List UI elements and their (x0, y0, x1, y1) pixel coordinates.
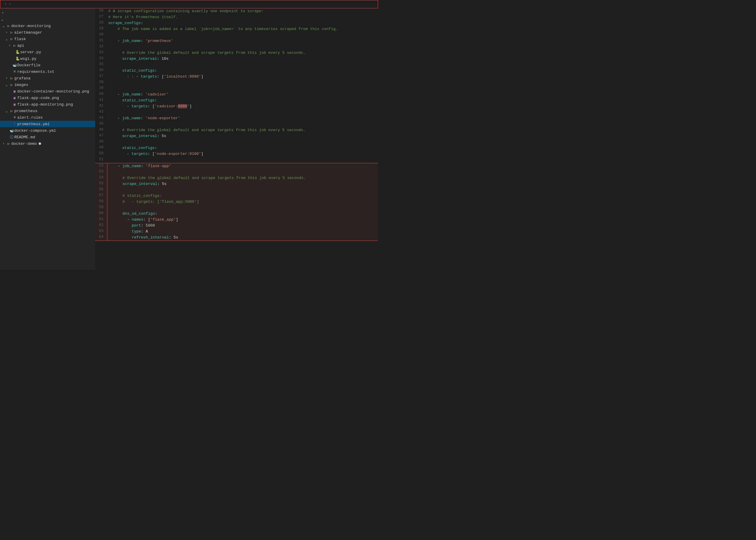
line-content: dns_sd_configs: (107, 211, 378, 217)
line-content: - names: ['flask_app'] (107, 217, 378, 223)
line-number: 48 (95, 139, 107, 144)
line-content (107, 157, 378, 163)
comment-token: # Override the global default and scrape… (108, 51, 305, 55)
line-content: refresh_interval: 5s (107, 235, 378, 240)
line-content: # The job name is added as a label `job=… (107, 26, 378, 32)
colon-token: : (148, 104, 153, 108)
line-number: 59 (95, 205, 107, 209)
file-icon: ⓘ (9, 135, 14, 140)
sidebar-item-docker-monitoring[interactable]: ⌄▷docker-monitoring (0, 23, 95, 29)
code-line: 50 - targets: ['node-exporter:9100'] (95, 151, 378, 157)
plain-token (108, 92, 117, 97)
file-icon: 🐍 (15, 50, 20, 55)
key-token: dns_sd_configs (122, 211, 155, 216)
tree-item-label: grafana (14, 76, 31, 80)
line-number: 39 (95, 86, 107, 90)
sidebar-item-docker-demo[interactable]: ›▷docker-demo (0, 140, 95, 147)
sidebar-item-flask[interactable]: ⌄▷flask (0, 36, 95, 42)
bracket-token: ] (201, 152, 204, 156)
plain-token (108, 223, 132, 228)
code-line: 39 (95, 86, 378, 91)
line-content (107, 109, 378, 115)
sidebar-item-flask-app-monitoring-png[interactable]: ▣flask-app-monitoring.png (0, 101, 95, 108)
sidebar-item-flask-app-code-png[interactable]: ▣flask-app-code.png (0, 94, 95, 101)
code-line: 34 scrape_interval: 10s (95, 56, 378, 62)
line-number: 30 (95, 32, 107, 37)
code-line: 52 - job_name: 'flask-app' (95, 163, 378, 169)
code-line: 26# A scrape configuration containing ex… (95, 8, 378, 14)
sidebar-item-images[interactable]: ⌄▷images (0, 81, 95, 88)
sidebar-item-server-py[interactable]: 🐍server.py (0, 49, 95, 55)
editor[interactable]: 26# A scrape configuration containing ex… (95, 8, 378, 270)
string-token: 'node-exporter' (145, 116, 180, 120)
line-content: port: 5000 (107, 223, 378, 229)
plain-token: 5s (162, 134, 166, 138)
plain-token (108, 74, 127, 79)
line-number: 43 (95, 109, 107, 114)
colon-token: : (155, 211, 157, 216)
plain-token (108, 98, 122, 103)
tree-item-label: docker-container-monitoring.png (17, 89, 89, 94)
line-number: 38 (95, 80, 107, 84)
plain-token: 10s (162, 57, 168, 61)
sidebar-item-prometheus[interactable]: ⌄▷prometheus (0, 108, 95, 114)
key-token: type (132, 229, 141, 234)
sidebar-item-grafana[interactable]: ›▷grafana (0, 75, 95, 81)
sidebar-item-prometheus-yml[interactable]: !prometheus.yml (0, 121, 95, 127)
code-line: 33 # Override the global default and scr… (95, 50, 378, 56)
tree-item-label: images (14, 83, 28, 87)
line-number: 42 (95, 103, 107, 108)
sidebar: › ⌄ ⌄▷docker-monitoring›▷alertmanager⌄▷f… (0, 8, 95, 270)
line-number: 56 (95, 187, 107, 192)
colon-token: : (148, 152, 153, 156)
code-line: 54 # Override the global default and scr… (95, 175, 378, 181)
code-line: 58 # - targets: ['flask_app:5000'] (95, 199, 378, 205)
code-line: 48 (95, 139, 378, 145)
comment-token: # A scrape configuration containing exac… (108, 9, 264, 13)
bracket-token: ] (176, 217, 178, 222)
sidebar-item-alert-rules[interactable]: ≡alert.rules (0, 114, 95, 121)
line-number: 44 (95, 115, 107, 120)
sidebar-item-alertmanager[interactable]: ›▷alertmanager (0, 29, 95, 36)
folder-arrow-icon: › (1, 142, 6, 145)
sidebar-item-docker-compose-yml[interactable]: 🐋docker-compose.yml (0, 127, 95, 134)
number-token: 5000 (146, 223, 155, 228)
line-content: static_configs: (107, 145, 378, 151)
sidebar-item-docker-container-monitoring-png[interactable]: ▣docker-container-monitoring.png (0, 88, 95, 94)
line-content: type: A (107, 229, 378, 235)
line-number: 40 (95, 91, 107, 96)
code-line: 40 - job_name: 'cadvisor' (95, 91, 378, 97)
line-content: - job_name: 'node-exporter' (107, 115, 378, 121)
string-token: 'flask-app' (146, 164, 171, 168)
sidebar-item-requirements-txt[interactable]: ≡requirements.txt (0, 68, 95, 75)
sidebar-item-wsgi-py[interactable]: 🐍wsgi.py (0, 55, 95, 62)
folder-arrow-icon: ⌄ (4, 109, 9, 113)
line-number: 57 (95, 193, 107, 198)
bracket-token: [ (152, 104, 155, 108)
sidebar-item-Dockerfile[interactable]: 🐋Dockerfile (0, 62, 95, 68)
line-content: | | - targets: ['localhost:9090'] (107, 74, 378, 80)
plain-token: A (146, 229, 148, 234)
colon-token: : (141, 92, 145, 97)
workspace-header[interactable]: ⌄ (0, 16, 95, 23)
sidebar-item-README-md[interactable]: ⓘREADME.md (0, 134, 95, 140)
key-token: targets (141, 74, 157, 79)
line-content: scrape_configs: (107, 20, 378, 26)
tree-item-label: prometheus (14, 109, 38, 113)
line-content (107, 44, 378, 50)
open-editors-header[interactable]: › (0, 10, 95, 16)
line-number: 62 (95, 223, 107, 227)
line-number: 61 (95, 217, 107, 221)
line-content: # static_configs: (107, 193, 378, 199)
line-number: 35 (95, 62, 107, 66)
line-number: 41 (95, 97, 107, 102)
code-line: 47 scrape_interval: 5s (95, 133, 378, 139)
folder-icon: ▷ (9, 37, 14, 41)
code-line: 41 static_configs: (95, 97, 378, 103)
code-line: 56 (95, 187, 378, 193)
line-content: # Override the global default and scrape… (107, 175, 378, 181)
line-content (107, 205, 378, 211)
sidebar-item-api[interactable]: ›▷api (0, 42, 95, 49)
plain-token (108, 217, 127, 222)
key-token: job_name (122, 116, 141, 120)
